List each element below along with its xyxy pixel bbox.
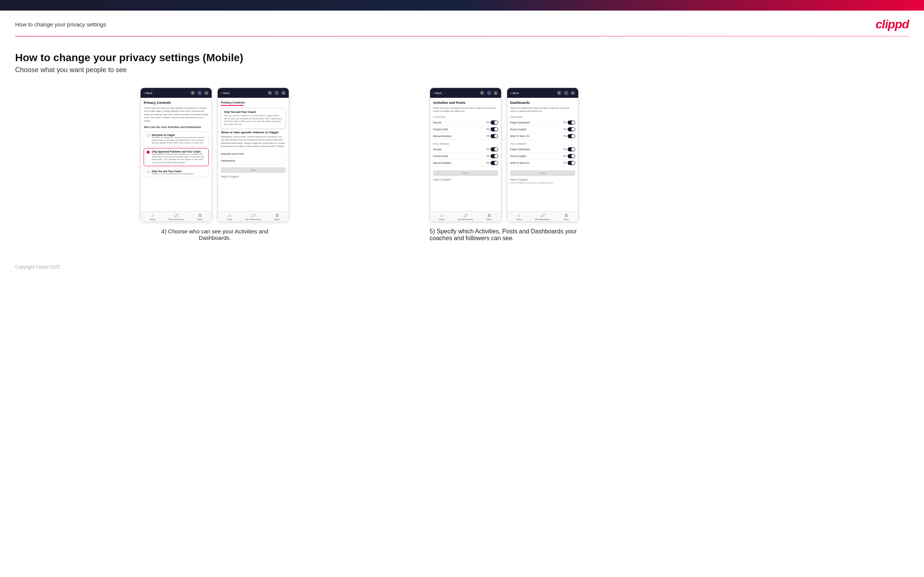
screen3-body: Activities and Posts Select the types of… (430, 98, 501, 211)
practice-followers-toggle-group: ON (486, 154, 498, 158)
tab-menu-1[interactable]: ☰ Menu (188, 213, 212, 221)
screen4-title: Dashboards (510, 101, 575, 105)
tab-home-4[interactable]: ⌂ Home (507, 213, 531, 221)
rounds-followers-toggle[interactable] (491, 147, 498, 152)
tab-performance-2[interactable]: 📈 My Performance (241, 213, 265, 221)
screenshots-area: < Back 🔍 👤 ⚙ Privacy Controls Control ho… (15, 88, 909, 242)
ri-followers-on: ON (564, 155, 567, 157)
screen1-back[interactable]: < Back (144, 91, 152, 95)
profile-icon-4[interactable]: 👤 (564, 90, 569, 95)
search-icon-4[interactable]: 🔍 (557, 90, 562, 95)
manual-coaches-toggle[interactable] (491, 134, 498, 138)
settings-icon-3[interactable]: ⚙ (494, 90, 498, 95)
screen1-tabbar: ⌂ Home 📈 My Performance ☰ Menu (141, 211, 212, 222)
right-section: < Back 🔍 👤 ⚙ Activities and Posts Select… (430, 88, 909, 242)
pd-followers-toggle[interactable] (568, 147, 575, 152)
tab-home-1[interactable]: ⌂ Home (141, 213, 165, 221)
save-btn-3[interactable]: Save (433, 170, 498, 176)
breadcrumb: How to change your privacy settings (15, 21, 106, 27)
settings-icon-2[interactable]: ⚙ (281, 90, 286, 95)
ri-followers-toggle[interactable] (568, 154, 575, 158)
ri-coaches-toggle[interactable] (568, 127, 575, 131)
player-dashboard-followers: Player Dashboard ON (510, 146, 575, 153)
save-btn-4[interactable]: Save (510, 170, 575, 176)
tab-menu-4[interactable]: ☰ Menu (554, 213, 578, 221)
round-insights-coaches: Round Insights ON (510, 126, 575, 133)
manual-followers-toggle-group: ON (486, 161, 498, 165)
ww-followers-on: ON (564, 162, 567, 164)
search-icon-2[interactable]: 🔍 (268, 90, 272, 95)
rounds-followers-toggle-group: ON (486, 147, 498, 152)
ri-coaches-on: ON (564, 128, 567, 130)
tab-menu-3[interactable]: ☰ Menu (477, 213, 501, 221)
radio-approved[interactable] (147, 151, 150, 154)
tab-performance-4[interactable]: 📈 My Performance (531, 213, 554, 221)
screen2-header: < Back 🔍 👤 ⚙ (218, 88, 289, 98)
ww-coaches-toggle[interactable] (568, 134, 575, 138)
search-icon[interactable]: 🔍 (191, 90, 195, 95)
settings-icon-4[interactable]: ⚙ (571, 90, 575, 95)
pd-coaches-toggle-group: ON (564, 121, 575, 125)
ww-coaches-on: ON (564, 135, 567, 137)
tab-home-3[interactable]: ⌂ Home (430, 213, 454, 221)
performance-icon-3: 📈 (463, 213, 468, 218)
profile-icon-3[interactable]: 👤 (487, 90, 491, 95)
screen4-tabbar: ⌂ Home 📈 My Performance ☰ Menu (507, 211, 578, 222)
radio-coach-only[interactable] (147, 170, 150, 173)
rounds-coaches-toggle[interactable] (491, 121, 498, 125)
copyright: Copyright Clippd 2022 (15, 264, 60, 270)
manual-coaches-toggle-group: ON (486, 134, 498, 138)
screen3-desc: Select the types of activity that you'd … (433, 106, 498, 113)
screen2-back[interactable]: < Back (221, 91, 229, 95)
screen4-back[interactable]: < Back (510, 91, 519, 95)
save-btn-2[interactable]: Save (221, 167, 286, 173)
home-icon-3: ⌂ (441, 213, 443, 218)
screen4-body: Dashboards Select the dashboards that yo… (507, 98, 578, 211)
screen1-title: Privacy Controls (144, 101, 208, 105)
tab-home-2[interactable]: ⌂ Home (218, 213, 241, 221)
screens-row-right: < Back 🔍 👤 ⚙ Activities and Posts Select… (430, 88, 578, 222)
home-icon-4: ⌂ (518, 213, 520, 218)
rounds-coaches-on: ON (486, 121, 489, 124)
manual-followers-toggle[interactable] (491, 161, 498, 165)
page-subtitle: Choose what you want people to see (15, 66, 909, 74)
option-approved[interactable]: Only Approved Followers and Your Coach O… (144, 148, 208, 166)
profile-icon[interactable]: 👤 (197, 90, 202, 95)
followers-label-3: FOLLOWERS (433, 143, 498, 145)
caption-left: 4) Choose who can see your Activities an… (158, 228, 271, 241)
option-everyone[interactable]: Everyone on Clippd Everyone on Clippd ca… (144, 131, 208, 147)
pd-followers-toggle-group: ON (564, 147, 575, 152)
tab-performance-1[interactable]: 📈 My Performance (165, 213, 188, 221)
activities-posts-row[interactable]: Activities and Posts › (221, 151, 286, 158)
practice-coaches-toggle[interactable] (491, 127, 498, 131)
screen-3: < Back 🔍 👤 ⚙ Activities and Posts Select… (430, 88, 501, 222)
dashboards-row[interactable]: Dashboards › (221, 158, 286, 164)
tab-performance-3[interactable]: 📈 My Performance (454, 213, 477, 221)
tab-menu-2[interactable]: ☰ Menu (265, 213, 289, 221)
chevron-activities: › (285, 152, 286, 156)
ri-followers-toggle-group: ON (564, 154, 575, 158)
caption-right: 5) Specify which Activities, Posts and D… (430, 228, 588, 242)
profile-icon-2[interactable]: 👤 (275, 90, 279, 95)
screen3-tabbar: ⌂ Home 📈 My Performance ☰ Menu (430, 211, 501, 222)
pd-coaches-toggle[interactable] (568, 121, 575, 125)
screen3-back[interactable]: < Back (433, 91, 442, 95)
screen1-description: Control how you and your data appears to… (144, 106, 208, 122)
practice-followers-toggle[interactable] (491, 154, 498, 158)
popup-box: Only You and Your Coach Only you and the… (221, 108, 286, 129)
option-coach-only[interactable]: Only You and Your Coach Only you and the… (144, 168, 208, 177)
show-hide-title: Show or hide specific features in Clippd (221, 131, 286, 134)
home-icon: ⌂ (152, 213, 154, 218)
footer: Copyright Clippd 2022 (0, 253, 924, 277)
what-to-work-followers: What To Work On ON (510, 160, 575, 166)
pd-coaches-on: ON (564, 121, 567, 124)
screen2-tab-underline (221, 105, 243, 106)
settings-icon[interactable]: ⚙ (204, 90, 208, 95)
ww-followers-toggle[interactable] (568, 161, 575, 165)
help-desc-4: Visit our Clippd community to troublesho… (510, 182, 575, 184)
radio-everyone[interactable] (147, 134, 150, 137)
top-bar (0, 0, 924, 11)
search-icon-3[interactable]: 🔍 (480, 90, 485, 95)
practice-coaches-toggle-group: ON (486, 127, 498, 131)
coaches-label-4: COACHES (510, 116, 575, 118)
